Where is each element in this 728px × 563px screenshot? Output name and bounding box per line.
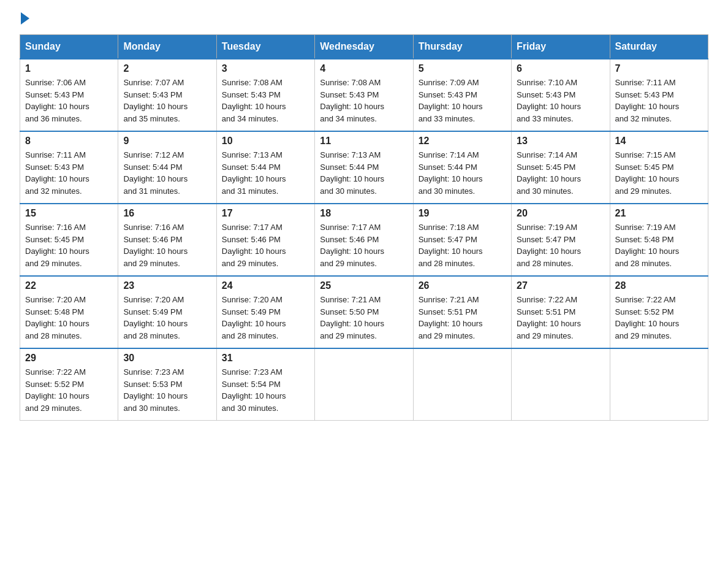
day-number: 25: [320, 280, 408, 291]
calendar-cell: [512, 348, 610, 421]
day-number: 20: [517, 208, 604, 219]
day-info: Sunrise: 7:16 AMSunset: 5:45 PMDaylight:…: [25, 221, 113, 269]
day-number: 23: [123, 280, 211, 291]
day-info: Sunrise: 7:15 AMSunset: 5:45 PMDaylight:…: [615, 149, 703, 197]
day-info: Sunrise: 7:17 AMSunset: 5:46 PMDaylight:…: [222, 221, 309, 269]
calendar-cell: 13Sunrise: 7:14 AMSunset: 5:45 PMDayligh…: [512, 131, 610, 204]
day-info: Sunrise: 7:18 AMSunset: 5:47 PMDaylight:…: [419, 221, 506, 269]
calendar-week-row: 1Sunrise: 7:06 AMSunset: 5:43 PMDaylight…: [20, 59, 708, 131]
day-info: Sunrise: 7:21 AMSunset: 5:51 PMDaylight:…: [419, 294, 506, 342]
calendar-cell: 27Sunrise: 7:22 AMSunset: 5:51 PMDayligh…: [512, 276, 610, 348]
day-info: Sunrise: 7:22 AMSunset: 5:51 PMDaylight:…: [517, 294, 604, 342]
day-number: 10: [222, 136, 309, 147]
day-number: 26: [419, 280, 506, 291]
calendar-cell: 7Sunrise: 7:11 AMSunset: 5:43 PMDaylight…: [610, 59, 708, 131]
day-number: 27: [517, 280, 604, 291]
calendar-week-row: 29Sunrise: 7:22 AMSunset: 5:52 PMDayligh…: [20, 348, 708, 421]
calendar-cell: [315, 348, 413, 421]
weekday-header-tuesday: Tuesday: [216, 35, 314, 59]
day-info: Sunrise: 7:22 AMSunset: 5:52 PMDaylight:…: [25, 366, 113, 414]
day-number: 18: [320, 208, 408, 219]
day-number: 12: [419, 136, 506, 147]
day-info: Sunrise: 7:16 AMSunset: 5:46 PMDaylight:…: [123, 221, 211, 269]
day-number: 8: [25, 136, 113, 147]
day-info: Sunrise: 7:20 AMSunset: 5:49 PMDaylight:…: [222, 294, 309, 342]
day-info: Sunrise: 7:08 AMSunset: 5:43 PMDaylight:…: [222, 77, 309, 124]
calendar-cell: 24Sunrise: 7:20 AMSunset: 5:49 PMDayligh…: [216, 276, 314, 348]
day-info: Sunrise: 7:20 AMSunset: 5:48 PMDaylight:…: [25, 294, 113, 342]
day-number: 21: [615, 208, 703, 219]
calendar-cell: 6Sunrise: 7:10 AMSunset: 5:43 PMDaylight…: [512, 59, 610, 131]
day-info: Sunrise: 7:23 AMSunset: 5:53 PMDaylight:…: [123, 366, 211, 414]
calendar-cell: 15Sunrise: 7:16 AMSunset: 5:45 PMDayligh…: [20, 204, 118, 276]
calendar-cell: 19Sunrise: 7:18 AMSunset: 5:47 PMDayligh…: [413, 204, 511, 276]
calendar-week-row: 22Sunrise: 7:20 AMSunset: 5:48 PMDayligh…: [20, 276, 708, 348]
weekday-header-row: SundayMondayTuesdayWednesdayThursdayFrid…: [20, 35, 708, 59]
calendar-cell: 16Sunrise: 7:16 AMSunset: 5:46 PMDayligh…: [118, 204, 216, 276]
calendar-cell: 3Sunrise: 7:08 AMSunset: 5:43 PMDaylight…: [216, 59, 314, 131]
day-info: Sunrise: 7:09 AMSunset: 5:43 PMDaylight:…: [419, 77, 506, 124]
day-info: Sunrise: 7:13 AMSunset: 5:44 PMDaylight:…: [320, 149, 408, 197]
calendar-cell: 20Sunrise: 7:19 AMSunset: 5:47 PMDayligh…: [512, 204, 610, 276]
calendar-cell: 5Sunrise: 7:09 AMSunset: 5:43 PMDaylight…: [413, 59, 511, 131]
calendar-cell: 17Sunrise: 7:17 AMSunset: 5:46 PMDayligh…: [216, 204, 314, 276]
day-number: 19: [419, 208, 506, 219]
day-number: 24: [222, 280, 309, 291]
calendar-cell: 14Sunrise: 7:15 AMSunset: 5:45 PMDayligh…: [610, 131, 708, 204]
weekday-header-saturday: Saturday: [610, 35, 708, 59]
day-info: Sunrise: 7:11 AMSunset: 5:43 PMDaylight:…: [615, 77, 703, 124]
day-number: 29: [25, 353, 113, 364]
weekday-header-friday: Friday: [512, 35, 610, 59]
calendar-cell: 12Sunrise: 7:14 AMSunset: 5:44 PMDayligh…: [413, 131, 511, 204]
day-number: 11: [320, 136, 408, 147]
day-number: 9: [123, 136, 211, 147]
day-info: Sunrise: 7:22 AMSunset: 5:52 PMDaylight:…: [615, 294, 703, 342]
day-number: 16: [123, 208, 211, 219]
calendar-cell: 29Sunrise: 7:22 AMSunset: 5:52 PMDayligh…: [20, 348, 118, 421]
calendar-week-row: 8Sunrise: 7:11 AMSunset: 5:43 PMDaylight…: [20, 131, 708, 204]
calendar-week-row: 15Sunrise: 7:16 AMSunset: 5:45 PMDayligh…: [20, 204, 708, 276]
day-info: Sunrise: 7:23 AMSunset: 5:54 PMDaylight:…: [222, 366, 309, 414]
calendar-cell: 4Sunrise: 7:08 AMSunset: 5:43 PMDaylight…: [315, 59, 413, 131]
day-number: 31: [222, 353, 309, 364]
day-info: Sunrise: 7:11 AMSunset: 5:43 PMDaylight:…: [25, 149, 113, 197]
day-info: Sunrise: 7:17 AMSunset: 5:46 PMDaylight:…: [320, 221, 408, 269]
day-number: 6: [517, 63, 604, 74]
day-info: Sunrise: 7:19 AMSunset: 5:47 PMDaylight:…: [517, 221, 604, 269]
day-info: Sunrise: 7:10 AMSunset: 5:43 PMDaylight:…: [517, 77, 604, 124]
day-number: 28: [615, 280, 703, 291]
day-number: 13: [517, 136, 604, 147]
calendar-cell: 11Sunrise: 7:13 AMSunset: 5:44 PMDayligh…: [315, 131, 413, 204]
day-number: 14: [615, 136, 703, 147]
day-number: 22: [25, 280, 113, 291]
calendar-cell: [610, 348, 708, 421]
calendar-cell: [413, 348, 511, 421]
calendar-cell: 22Sunrise: 7:20 AMSunset: 5:48 PMDayligh…: [20, 276, 118, 348]
day-number: 15: [25, 208, 113, 219]
calendar-cell: 28Sunrise: 7:22 AMSunset: 5:52 PMDayligh…: [610, 276, 708, 348]
weekday-header-monday: Monday: [118, 35, 216, 59]
day-number: 1: [25, 63, 113, 74]
day-number: 4: [320, 63, 408, 74]
calendar-cell: 1Sunrise: 7:06 AMSunset: 5:43 PMDaylight…: [20, 59, 118, 131]
logo-line1: [20, 15, 29, 25]
day-number: 7: [615, 63, 703, 74]
day-info: Sunrise: 7:20 AMSunset: 5:49 PMDaylight:…: [123, 294, 211, 342]
day-info: Sunrise: 7:06 AMSunset: 5:43 PMDaylight:…: [25, 77, 113, 124]
calendar-cell: 30Sunrise: 7:23 AMSunset: 5:53 PMDayligh…: [118, 348, 216, 421]
calendar-cell: 21Sunrise: 7:19 AMSunset: 5:48 PMDayligh…: [610, 204, 708, 276]
day-number: 5: [419, 63, 506, 74]
calendar-cell: 2Sunrise: 7:07 AMSunset: 5:43 PMDaylight…: [118, 59, 216, 131]
day-info: Sunrise: 7:08 AMSunset: 5:43 PMDaylight:…: [320, 77, 408, 124]
calendar-cell: 25Sunrise: 7:21 AMSunset: 5:50 PMDayligh…: [315, 276, 413, 348]
calendar-cell: 18Sunrise: 7:17 AMSunset: 5:46 PMDayligh…: [315, 204, 413, 276]
day-info: Sunrise: 7:19 AMSunset: 5:48 PMDaylight:…: [615, 221, 703, 269]
weekday-header-wednesday: Wednesday: [315, 35, 413, 59]
calendar-cell: 8Sunrise: 7:11 AMSunset: 5:43 PMDaylight…: [20, 131, 118, 204]
day-info: Sunrise: 7:14 AMSunset: 5:45 PMDaylight:…: [517, 149, 604, 197]
day-number: 3: [222, 63, 309, 74]
calendar-cell: 23Sunrise: 7:20 AMSunset: 5:49 PMDayligh…: [118, 276, 216, 348]
day-info: Sunrise: 7:13 AMSunset: 5:44 PMDaylight:…: [222, 149, 309, 197]
day-number: 30: [123, 353, 211, 364]
weekday-header-thursday: Thursday: [413, 35, 511, 59]
